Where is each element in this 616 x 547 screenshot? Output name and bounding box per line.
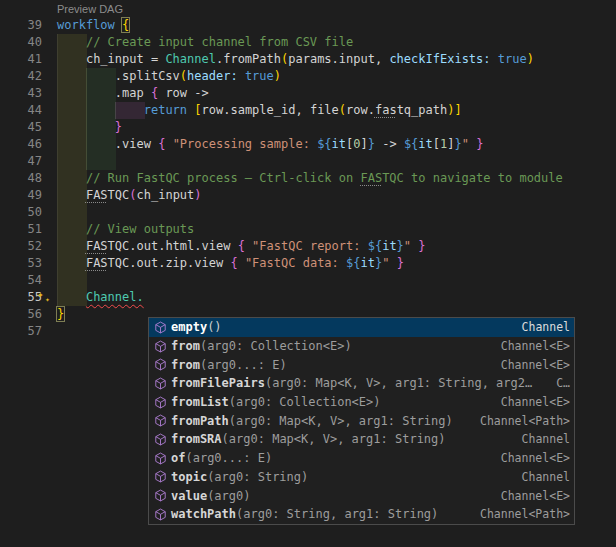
symbol-method-icon (152, 376, 168, 390)
line-number: 39 (0, 17, 42, 34)
code-line-55[interactable]: 55✦✦ Channel. (0, 289, 616, 306)
symbol-method-icon (152, 432, 168, 446)
code-text: workflow { (57, 17, 129, 34)
suggest-item-of[interactable]: of(arg0...: E)Channel<E> (149, 449, 574, 468)
indent-highlight (57, 153, 87, 170)
code-line-43[interactable]: 43 .map { row -> (0, 85, 616, 102)
indent-highlight (57, 272, 87, 289)
suggest-item-detail: Channel<E> (501, 358, 570, 372)
symbol-method-icon (152, 414, 168, 428)
line-number: 50 (0, 204, 42, 221)
code-line-50[interactable]: 50 (0, 204, 616, 221)
suggest-item-detail: Channel<E> (501, 489, 570, 503)
suggest-item-label: value (171, 489, 207, 503)
codelens-preview-dag[interactable]: Preview DAG (57, 2, 123, 17)
suggest-item-detail: Channel<Path> (480, 414, 570, 428)
suggest-item-signature: (arg0...: E) (200, 358, 287, 372)
suggest-widget: empty()Channelfrom(arg0: Collection<E>)C… (148, 317, 575, 525)
line-number: 52 (0, 238, 42, 255)
suggest-item-fromList[interactable]: fromList(arg0: Collection<E>)Channel<E> (149, 393, 574, 412)
suggest-item-signature: (arg0: Collection<E>) (200, 339, 352, 353)
code-text: .splitCsv(header: true) (57, 68, 281, 85)
suggest-item-detail: Channel<E> (501, 339, 570, 353)
suggest-item-label: fromList (171, 395, 229, 409)
code-line-51[interactable]: 51 // View outputs (0, 221, 616, 238)
suggest-item-signature: (arg0: Collection<E>) (229, 395, 381, 409)
suggest-item-detail: C… (556, 376, 570, 390)
sparkle-small: ✦ (45, 296, 50, 304)
line-number: 45 (0, 119, 42, 136)
suggest-item-detail: Channel<Path> (480, 507, 570, 521)
sparkle-code-action-icon[interactable]: ✦✦ (37, 289, 55, 306)
code-text: return [row.sample_id, file(row.fastq_pa… (57, 102, 462, 119)
line-number: 43 (0, 85, 42, 102)
code-text: } (57, 119, 122, 136)
suggest-item-topic[interactable]: topic(arg0: String)Channel (149, 468, 574, 487)
symbol-method-icon (152, 339, 168, 353)
line-number: 49 (0, 187, 42, 204)
code-line-48[interactable]: 48 // Run FastQC process – Ctrl-click on… (0, 170, 616, 187)
code-line-41[interactable]: 41 ch_input = Channel.fromPath(params.in… (0, 51, 616, 68)
code-line-46[interactable]: 46 .view { "Processing sample: ${it[0]} … (0, 136, 616, 153)
suggest-item-fromPath[interactable]: fromPath(arg0: Map<K, V>, arg1: String)C… (149, 411, 574, 430)
symbol-method-icon (152, 358, 168, 372)
code-text: FASTQC(ch_input) (57, 187, 202, 204)
suggest-item-label: watchPath (171, 507, 236, 521)
suggest-item-label: fromFilePairs (171, 376, 265, 390)
suggest-item-watchPath[interactable]: watchPath(arg0: String, arg1: String)Cha… (149, 505, 574, 524)
suggest-item-from[interactable]: from(arg0...: E)Channel<E> (149, 355, 574, 374)
code-line-47[interactable]: 47 (0, 153, 616, 170)
suggest-item-label: fromSRA (171, 432, 222, 446)
code-text: } (57, 306, 64, 323)
line-number: 48 (0, 170, 42, 187)
suggest-item-fromFilePairs[interactable]: fromFilePairs(arg0: Map<K, V>, arg1: Str… (149, 374, 574, 393)
code-line-54[interactable]: 54 (0, 272, 616, 289)
suggest-item-detail: Channel (522, 432, 570, 446)
suggest-item-detail: Channel (522, 320, 570, 334)
symbol-method-icon (152, 395, 168, 409)
suggest-item-signature: (arg0: Map<K, V>, arg1: String) (229, 414, 453, 428)
indent-highlight (57, 204, 87, 221)
suggest-item-from[interactable]: from(arg0: Collection<E>)Channel<E> (149, 337, 574, 356)
code-line-49[interactable]: 49 FASTQC(ch_input) (0, 187, 616, 204)
suggest-item-label: from (171, 358, 200, 372)
suggest-item-signature: (arg0: String) (207, 470, 308, 484)
code-line-40[interactable]: 40 // Create input channel from CSV file (0, 34, 616, 51)
code-line-45[interactable]: 45 } (0, 119, 616, 136)
suggest-item-signature: (arg0...: E) (185, 451, 272, 465)
code-line-52[interactable]: 52 FASTQC.out.html.view { "FastQC report… (0, 238, 616, 255)
suggest-item-label: empty (171, 320, 207, 334)
code-text: .map { row -> (57, 85, 209, 102)
symbol-method-icon (152, 489, 168, 503)
suggest-item-label: fromPath (171, 414, 229, 428)
suggest-item-label: topic (171, 470, 207, 484)
line-number: 51 (0, 221, 42, 238)
suggest-item-signature: (arg0: String, arg1: String) (236, 507, 438, 521)
code-editor[interactable]: Preview DAG 39workflow {40 // Create inp… (0, 0, 616, 547)
line-number: 40 (0, 34, 42, 51)
symbol-method-icon (152, 451, 168, 465)
indent-highlight (86, 153, 116, 170)
code-text: ch_input = Channel.fromPath(params.input… (57, 51, 534, 68)
suggest-item-detail: Channel<E> (501, 395, 570, 409)
code-line-44[interactable]: 44 return [row.sample_id, file(row.fastq… (0, 102, 616, 119)
line-number: 42 (0, 68, 42, 85)
line-number: 41 (0, 51, 42, 68)
suggest-item-fromSRA[interactable]: fromSRA(arg0: Map<K, V>, arg1: String)Ch… (149, 430, 574, 449)
editor-lines: 39workflow {40 // Create input channel f… (0, 17, 616, 340)
line-number: 53 (0, 255, 42, 272)
code-line-53[interactable]: 53 FASTQC.out.zip.view { "FastQC data: $… (0, 255, 616, 272)
suggest-item-signature: (arg0) (207, 489, 250, 503)
code-line-39[interactable]: 39workflow { (0, 17, 616, 34)
code-text: FASTQC.out.zip.view { "FastQC data: ${it… (57, 255, 404, 272)
line-number: 57 (0, 323, 42, 340)
suggest-item-empty[interactable]: empty()Channel (149, 318, 574, 337)
suggest-item-value[interactable]: value(arg0)Channel<E> (149, 486, 574, 505)
suggest-item-signature: (arg0: Map<K, V>, arg1: String) (222, 432, 446, 446)
suggest-item-signature: () (207, 320, 221, 334)
suggest-item-detail: Channel<E> (501, 451, 570, 465)
symbol-method-icon (152, 470, 168, 484)
code-text: // Create input channel from CSV file (57, 34, 353, 51)
code-line-42[interactable]: 42 .splitCsv(header: true) (0, 68, 616, 85)
code-text: // Run FastQC process – Ctrl-click on FA… (57, 170, 563, 187)
